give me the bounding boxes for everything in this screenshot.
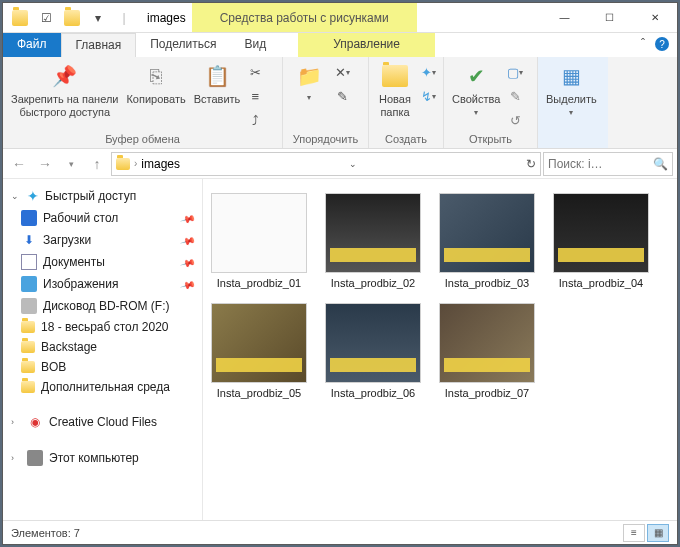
file-name: Insta_prodbiz_02 xyxy=(331,277,415,289)
pin-to-quick-access-button[interactable]: 📌 Закрепить на панели быстрого доступа xyxy=(7,59,122,120)
help-icon[interactable]: ? xyxy=(655,37,669,51)
cut-icon[interactable]: ✂ xyxy=(244,61,266,83)
up-button[interactable]: ↑ xyxy=(85,152,109,176)
ribbon-collapse[interactable]: ˆ ? xyxy=(633,33,677,57)
title-text: images xyxy=(147,11,186,25)
paste-shortcut-icon[interactable]: ⤴ xyxy=(244,109,266,131)
ribbon-group-open: ✔ Свойства ▾ ▢▾ ✎ ↺ Открыть xyxy=(444,57,538,148)
file-item[interactable]: Insta_prodbiz_01 xyxy=(209,193,309,289)
file-name: Insta_prodbiz_01 xyxy=(217,277,301,289)
details-view-button[interactable]: ≡ xyxy=(623,524,645,542)
easy-access-icon[interactable]: ↯▾ xyxy=(417,85,439,107)
chevron-up-icon[interactable]: ˆ xyxy=(641,37,645,53)
thumbnail xyxy=(211,303,307,383)
sidebar-item-folder[interactable]: 18 - весьраб стол 2020 xyxy=(3,317,202,337)
maximize-button[interactable]: ☐ xyxy=(587,3,632,32)
sidebar-item-desktop[interactable]: Рабочий стол📌 xyxy=(3,207,202,229)
file-item[interactable]: Insta_prodbiz_06 xyxy=(323,303,423,399)
file-name: Insta_prodbiz_04 xyxy=(559,277,643,289)
explorer-window: ☑ ▾ | images Средства работы с рисунками… xyxy=(2,2,678,545)
file-item[interactable]: Insta_prodbiz_07 xyxy=(437,303,537,399)
folder-icon xyxy=(116,158,130,170)
file-item[interactable]: Insta_prodbiz_03 xyxy=(437,193,537,289)
copy-button[interactable]: ⎘ Копировать xyxy=(122,59,189,108)
caret-right-icon[interactable]: › xyxy=(11,417,21,427)
file-grid[interactable]: Insta_prodbiz_01 Insta_prodbiz_02 Insta_… xyxy=(203,179,677,520)
pc-icon xyxy=(27,450,43,466)
sidebar-item-folder[interactable]: BOB xyxy=(3,357,202,377)
forward-button[interactable]: → xyxy=(33,152,57,176)
move-icon: 📁 xyxy=(294,61,324,91)
folder-icon xyxy=(21,321,35,333)
qat-sep: | xyxy=(113,7,135,29)
thumbnail xyxy=(325,303,421,383)
new-folder-button[interactable]: Новая папка xyxy=(373,59,417,120)
paste-icon: 📋 xyxy=(202,61,232,91)
thumbnail xyxy=(439,303,535,383)
new-item-icon[interactable]: ✦▾ xyxy=(417,61,439,83)
download-icon: ⬇ xyxy=(21,232,37,248)
sidebar-quick-access[interactable]: ⌄ ✦ Быстрый доступ xyxy=(3,185,202,207)
tab-view[interactable]: Вид xyxy=(230,33,280,57)
search-icon[interactable]: 🔍 xyxy=(653,157,668,171)
refresh-icon[interactable]: ↻ xyxy=(526,157,536,171)
document-icon xyxy=(21,254,37,270)
caret-down-icon[interactable]: ⌄ xyxy=(11,191,21,201)
paste-button[interactable]: 📋 Вставить xyxy=(190,59,245,108)
search-input[interactable] xyxy=(548,157,649,171)
ribbon-group-select: ▦ Выделить ▾ xyxy=(538,57,608,148)
address-bar[interactable]: › images ⌄ ↻ xyxy=(111,152,541,176)
sidebar-item-bdrom[interactable]: Дисковод BD-ROM (F:) xyxy=(3,295,202,317)
sidebar-item-folder[interactable]: Дополнительная среда xyxy=(3,377,202,397)
copy-path-icon[interactable]: ≡ xyxy=(244,85,266,107)
rename-icon[interactable]: ✎ xyxy=(331,85,353,107)
star-icon: ✦ xyxy=(27,188,39,204)
minimize-button[interactable]: — xyxy=(542,3,587,32)
move-to-button[interactable]: 📁 ▾ xyxy=(287,59,331,104)
edit-icon[interactable]: ✎ xyxy=(504,85,526,107)
sidebar-item-documents[interactable]: Документы📌 xyxy=(3,251,202,273)
file-item[interactable]: Insta_prodbiz_02 xyxy=(323,193,423,289)
folder-icon xyxy=(21,341,35,353)
history-dropdown[interactable]: ▾ xyxy=(59,152,83,176)
file-item[interactable]: Insta_prodbiz_05 xyxy=(209,303,309,399)
sidebar-this-pc[interactable]: ›Этот компьютер xyxy=(3,447,202,469)
pin-icon: 📌 xyxy=(50,61,80,91)
sidebar-item-downloads[interactable]: ⬇Загрузки📌 xyxy=(3,229,202,251)
delete-icon[interactable]: ✕▾ xyxy=(331,61,353,83)
chevron-right-icon[interactable]: › xyxy=(134,158,137,169)
folder-icon xyxy=(21,381,35,393)
select-button[interactable]: ▦ Выделить ▾ xyxy=(542,59,601,119)
folder-icon xyxy=(21,361,35,373)
pin-icon: 📌 xyxy=(180,210,196,226)
sidebar-creative-cloud[interactable]: ›◉Creative Cloud Files xyxy=(3,411,202,433)
search-box[interactable]: 🔍 xyxy=(543,152,673,176)
tab-share[interactable]: Поделиться xyxy=(136,33,230,57)
sidebar-item-folder[interactable]: Backstage xyxy=(3,337,202,357)
nav-pane: ⌄ ✦ Быстрый доступ Рабочий стол📌 ⬇Загруз… xyxy=(3,179,203,520)
tab-manage[interactable]: Управление xyxy=(298,33,435,57)
tab-file[interactable]: Файл xyxy=(3,33,61,57)
quick-access-toolbar: ☑ ▾ | xyxy=(3,3,141,32)
file-item[interactable]: Insta_prodbiz_04 xyxy=(551,193,651,289)
caret-right-icon[interactable]: › xyxy=(11,453,21,463)
thumbnails-view-button[interactable]: ▦ xyxy=(647,524,669,542)
open-icon[interactable]: ▢▾ xyxy=(504,61,526,83)
item-count: Элементов: 7 xyxy=(11,527,80,539)
history-icon[interactable]: ↺ xyxy=(504,109,526,131)
body: ⌄ ✦ Быстрый доступ Рабочий стол📌 ⬇Загруз… xyxy=(3,179,677,520)
address-dropdown-icon[interactable]: ⌄ xyxy=(349,159,357,169)
drive-icon xyxy=(21,298,37,314)
close-button[interactable]: ✕ xyxy=(632,3,677,32)
chevron-down-icon: ▾ xyxy=(569,108,573,117)
properties-button[interactable]: ✔ Свойства ▾ xyxy=(448,59,504,119)
thumbnail xyxy=(439,193,535,273)
breadcrumb[interactable]: images xyxy=(141,157,180,171)
qat-dropdown-icon[interactable]: ▾ xyxy=(87,7,109,29)
qat-properties-icon[interactable]: ☑ xyxy=(35,7,57,29)
back-button[interactable]: ← xyxy=(7,152,31,176)
picture-tools-context: Средства работы с рисунками xyxy=(192,3,417,32)
tab-home[interactable]: Главная xyxy=(61,33,137,57)
sidebar-item-pictures[interactable]: Изображения📌 xyxy=(3,273,202,295)
qat-folder-icon[interactable] xyxy=(61,7,83,29)
